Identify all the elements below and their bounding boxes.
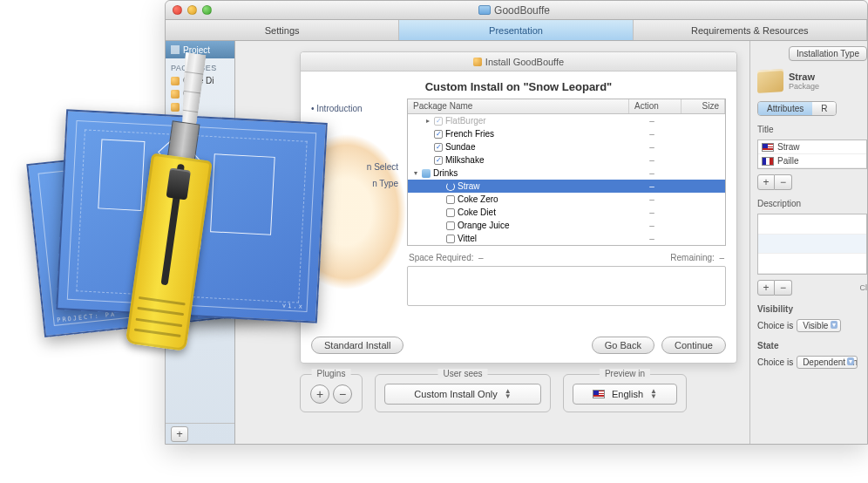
installer-titlebar: Install GoodBouffe <box>301 52 736 71</box>
sidebar-section-label: PACKAGES <box>166 58 234 74</box>
remove-plugin-button[interactable]: − <box>333 384 352 404</box>
attributes-tab[interactable]: Attributes <box>758 102 812 115</box>
remove-description-button[interactable]: − <box>775 280 792 296</box>
main-window: GoodBouffe Settings Presentation Require… <box>165 0 868 445</box>
checkbox[interactable] <box>434 143 443 152</box>
fries-background-image <box>285 133 407 290</box>
sidebar-item[interactable]: Flat <box>166 100 234 113</box>
standard-install-button[interactable]: Standard Install <box>311 337 403 354</box>
visibility-choice-label: Choice is <box>757 321 793 330</box>
tab-requirements[interactable]: Requirements & Resources <box>634 20 867 40</box>
table-row[interactable]: Straw– <box>408 180 725 193</box>
row-label: Coke Zero <box>458 194 498 204</box>
bottom-controls: Plugins + − User sees Custom Install Onl… <box>300 374 737 412</box>
checkbox[interactable] <box>446 208 455 217</box>
stepper-arrows-icon: ▲▼ <box>650 389 657 399</box>
table-row[interactable]: ▾Drinks– <box>408 167 725 180</box>
sidebar-item[interactable]: Coke Di <box>166 74 234 87</box>
close-window-button[interactable] <box>173 5 182 15</box>
col-name[interactable]: Package Name <box>408 99 629 113</box>
add-plugin-button[interactable]: + <box>310 384 329 404</box>
sidebar-header[interactable]: Project <box>166 41 234 58</box>
row-action: – <box>626 142 678 152</box>
row-action: – <box>626 129 678 139</box>
col-action[interactable]: Action <box>629 99 682 113</box>
disclosure-triangle-icon[interactable]: ▾ <box>411 169 419 177</box>
sidebar-footer: + <box>166 423 234 444</box>
package-icon <box>171 77 180 85</box>
checkbox[interactable] <box>446 195 455 204</box>
state-select[interactable]: Dependent on Oth <box>797 356 858 369</box>
add-title-button[interactable]: + <box>757 174 775 190</box>
user-sees-group: User sees Custom Install Only ▲▼ <box>375 374 551 412</box>
project-icon <box>171 45 180 54</box>
window-title: GoodBouffe <box>212 4 817 17</box>
row-action: – <box>626 181 678 191</box>
r-tab[interactable]: R <box>812 102 836 115</box>
row-label: Straw <box>458 181 480 191</box>
tab-settings[interactable]: Settings <box>166 20 399 40</box>
traffic-lights <box>173 5 212 15</box>
preview-group: Preview in English ▲▼ <box>563 374 687 412</box>
add-package-button[interactable]: + <box>171 426 188 442</box>
user-sees-select[interactable]: Custom Install Only ▲▼ <box>384 384 541 405</box>
row-label: Sundae <box>445 142 475 152</box>
stepper-arrows-icon: ▲▼ <box>505 389 512 399</box>
tab-presentation[interactable]: Presentation <box>399 20 633 40</box>
col-size[interactable]: Size <box>682 99 725 113</box>
table-row[interactable]: Vittel– <box>408 232 725 245</box>
visibility-select[interactable]: Visible <box>797 319 841 332</box>
us-flag-icon <box>593 390 605 398</box>
sidebar-item[interactable]: Cok <box>166 87 234 100</box>
table-row[interactable]: Coke Diet– <box>408 206 725 219</box>
table-header: Package Name Action Size <box>408 99 725 114</box>
add-description-button[interactable]: + <box>757 280 775 296</box>
folder-icon <box>478 5 491 15</box>
description-table[interactable] <box>757 214 867 275</box>
row-label: Vittel <box>458 234 477 243</box>
go-back-button[interactable]: Go Back <box>592 337 654 354</box>
checkbox[interactable] <box>446 221 455 230</box>
table-row[interactable]: ▸FlatBurger– <box>408 114 725 127</box>
step-introduction: • Introduction <box>311 104 398 113</box>
row-action: – <box>626 116 678 126</box>
checkbox[interactable] <box>434 130 443 139</box>
state-label: State <box>757 341 867 350</box>
row-action: – <box>626 221 678 230</box>
spinner-icon <box>446 182 455 191</box>
checkbox[interactable] <box>434 117 443 126</box>
sidebar-item[interactable]: Fre <box>166 113 234 126</box>
row-action: – <box>626 194 678 204</box>
disclosure-triangle-icon[interactable]: ▸ <box>424 117 431 125</box>
minimize-window-button[interactable] <box>187 5 197 15</box>
package-box-icon <box>757 69 783 93</box>
title-row[interactable]: Straw <box>758 140 866 154</box>
remove-title-button[interactable]: − <box>775 174 792 190</box>
main-tabs: Settings Presentation Requirements & Res… <box>166 20 867 41</box>
checkbox[interactable] <box>446 235 455 243</box>
sidebar-header-label: Project <box>183 45 210 55</box>
plugins-label: Plugins <box>312 369 351 378</box>
package-icon <box>171 103 180 112</box>
checkbox[interactable] <box>434 156 443 165</box>
title-list: Straw Paille <box>757 139 867 169</box>
row-action: – <box>626 168 678 178</box>
package-name: Straw <box>789 71 819 82</box>
description-box <box>407 266 726 306</box>
table-row[interactable]: Milkshake– <box>408 153 725 167</box>
table-row[interactable]: Coke Zero– <box>408 193 725 206</box>
table-row[interactable]: Orange Juice– <box>408 219 725 232</box>
table-row[interactable]: French Fries– <box>408 127 725 140</box>
table-row[interactable]: Sundae– <box>408 140 725 153</box>
continue-button[interactable]: Continue <box>661 337 726 354</box>
title-row[interactable]: Paille <box>758 154 866 168</box>
inspector: Installation Type Straw Package Attribut… <box>749 41 867 444</box>
clear-link[interactable]: Cl <box>860 283 868 292</box>
row-label: Coke Diet <box>458 207 496 217</box>
row-label: Drinks <box>433 168 458 178</box>
row-label: Milkshake <box>445 155 484 165</box>
zoom-window-button[interactable] <box>202 5 212 15</box>
preview-language-select[interactable]: English ▲▼ <box>573 384 677 405</box>
package-icon <box>171 116 180 125</box>
installation-type-button[interactable]: Installation Type <box>789 46 867 61</box>
